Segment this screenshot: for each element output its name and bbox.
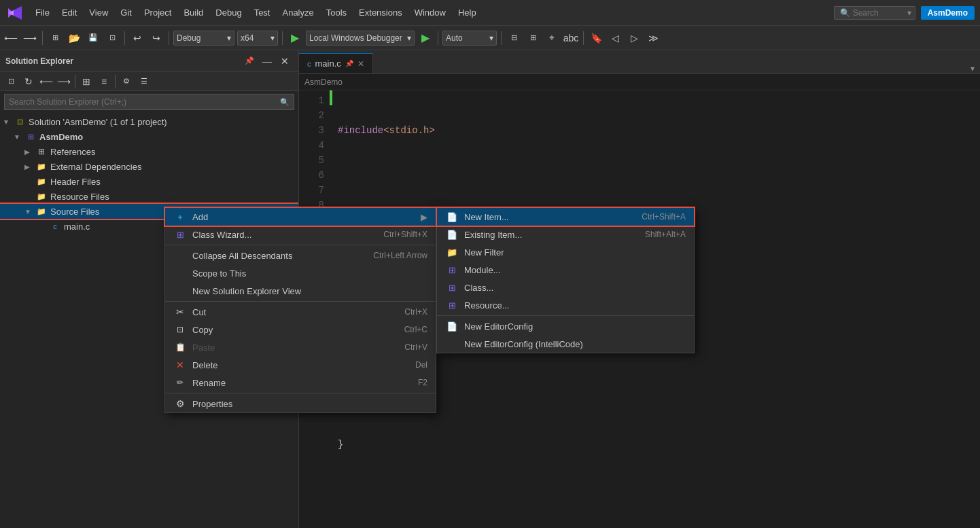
menu-git[interactable]: Git xyxy=(115,5,137,20)
submenu-module[interactable]: ⊞ Module... xyxy=(437,261,694,279)
save-btn[interactable]: 💾 xyxy=(85,30,101,46)
submenu-new-filter-label: New Filter xyxy=(464,247,686,258)
menu-project[interactable]: Project xyxy=(139,5,177,20)
menu-build[interactable]: Build xyxy=(178,5,209,20)
submenu-existing-item-label: Existing Item... xyxy=(464,230,645,240)
submenu-new-item[interactable]: 📄 New Item... Ctrl+Shift+A xyxy=(437,208,694,226)
toolbar-btn7[interactable]: ⊟ xyxy=(506,30,522,46)
submenu-editorconfig-ic[interactable]: New EditorConfig (IntelliCode) xyxy=(437,335,694,353)
se-sep1 xyxy=(75,75,75,88)
cm-class-wizard[interactable]: ⊞ Class Wizard... Ctrl+Shift+X xyxy=(165,226,436,243)
toolbar-btn9[interactable]: ⌖ xyxy=(544,30,560,46)
cm-copy[interactable]: ⊡ Copy Ctrl+C xyxy=(165,321,436,338)
expand-icon: ▼ xyxy=(3,118,14,126)
code-line-1: #include <stdio.h> xyxy=(338,123,975,138)
toolbar-btn8[interactable]: ⊞ xyxy=(525,30,541,46)
submenu-class[interactable]: ⊞ Class... xyxy=(437,279,694,296)
se-search-icon: 🔍 xyxy=(280,98,290,107)
se-view-btn[interactable]: ☰ xyxy=(136,73,152,90)
cm-rename[interactable]: ✏ Rename F2 xyxy=(165,374,436,391)
se-props-btn[interactable]: ⚙ xyxy=(118,73,135,90)
nav-back-btn[interactable]: ⟵ xyxy=(3,30,19,46)
submenu-editorconfig-label: New EditorConfig xyxy=(464,321,686,332)
cm-delete[interactable]: ✕ Delete Del xyxy=(165,356,436,374)
search-box[interactable]: 🔍 ▾ xyxy=(834,6,915,20)
bookmark-next-btn[interactable]: ▷ xyxy=(626,30,642,46)
close-btn[interactable]: ✕ xyxy=(277,53,293,69)
menu-extensions[interactable]: Extensions xyxy=(353,5,408,20)
solution-explorer-btn[interactable]: ⊞ xyxy=(47,30,63,46)
resource-files-label: Resource Files xyxy=(50,192,109,202)
pin-btn[interactable]: 📌 xyxy=(241,53,258,69)
menu-analyze[interactable]: Analyze xyxy=(277,5,319,20)
debug-config-dropdown[interactable]: Debug ▾ xyxy=(173,31,234,46)
properties-icon: ⚙ xyxy=(173,397,187,410)
tab-dropdown[interactable]: ▾ xyxy=(965,64,980,73)
submenu-existing-item[interactable]: 📄 Existing Item... Shift+Alt+A xyxy=(437,226,694,243)
se-refresh-btn[interactable]: ↻ xyxy=(20,73,37,90)
menu-help[interactable]: Help xyxy=(453,5,482,20)
submenu-resource[interactable]: ⊞ Resource... xyxy=(437,296,694,314)
se-header: Solution Explorer 📌 — ✕ xyxy=(0,50,298,72)
memory-dropdown-icon: ▾ xyxy=(489,33,493,43)
debugger-dropdown[interactable]: Local Windows Debugger ▾ xyxy=(306,31,415,46)
cm-collapse-all[interactable]: Collapse All Descendants Ctrl+Left Arrow xyxy=(165,247,436,264)
tab-main-c[interactable]: c main.c 📌 ✕ xyxy=(299,53,373,73)
add-submenu-arrow: ▶ xyxy=(421,212,427,222)
nav-forward-btn[interactable]: ⟶ xyxy=(22,30,38,46)
menu-file[interactable]: File xyxy=(30,5,55,20)
submenu-editorconfig[interactable]: 📄 New EditorConfig xyxy=(437,317,694,335)
bookmark-prev-btn[interactable]: ◁ xyxy=(607,30,623,46)
se-show-all-btn[interactable]: ⊞ xyxy=(78,73,94,90)
se-search-box[interactable]: 🔍 xyxy=(4,94,294,110)
cm-paste-label: Paste xyxy=(192,342,404,353)
memory-dropdown[interactable]: Auto ▾ xyxy=(442,31,497,46)
tree-ext-deps[interactable]: ▶ 📁 External Dependencies xyxy=(0,159,298,174)
toolbar-btn10[interactable]: abc xyxy=(563,30,579,46)
search-dropdown-icon: ▾ xyxy=(907,8,911,18)
tree-resource-files[interactable]: ▶ 📁 Resource Files xyxy=(0,189,298,204)
run-btn2[interactable]: ▶ xyxy=(417,30,434,46)
cm-paste: 📋 Paste Ctrl+V xyxy=(165,338,436,356)
cm-properties[interactable]: ⚙ Properties xyxy=(165,395,436,412)
undo-btn[interactable]: ↩ xyxy=(129,30,145,46)
open-file-btn[interactable]: 📂 xyxy=(66,30,82,46)
se-filter-btn[interactable]: ≡ xyxy=(96,73,112,90)
tab-close-btn[interactable]: ✕ xyxy=(357,59,364,69)
cm-new-view[interactable]: New Solution Explorer View xyxy=(165,282,436,300)
save-all-btn[interactable]: ⊡ xyxy=(104,30,120,46)
tab-bar: c main.c 📌 ✕ ▾ xyxy=(299,50,980,74)
auto-hide-btn[interactable]: — xyxy=(259,53,275,69)
redo-btn[interactable]: ↪ xyxy=(148,30,164,46)
submenu-new-filter[interactable]: 📁 New Filter xyxy=(437,243,694,261)
run-btn[interactable]: ▶ xyxy=(287,30,303,46)
tree-header-files[interactable]: ▶ 📁 Header Files xyxy=(0,174,298,189)
toolbar-more-btn[interactable]: ≫ xyxy=(645,30,661,46)
bookmark-btn[interactable]: 🔖 xyxy=(588,30,604,46)
tree-project[interactable]: ▼ ⊞ AsmDemo xyxy=(0,129,298,144)
menu-test[interactable]: Test xyxy=(249,5,276,20)
menu-debug[interactable]: Debug xyxy=(210,5,247,20)
class-icon: ⊞ xyxy=(445,281,459,294)
se-sync-btn[interactable]: ⊡ xyxy=(3,73,19,90)
arch-dropdown[interactable]: x64 ▾ xyxy=(237,31,278,46)
search-input[interactable] xyxy=(853,8,907,18)
header-files-label: Header Files xyxy=(50,177,101,187)
se-search-input[interactable] xyxy=(9,97,280,107)
menu-edit[interactable]: Edit xyxy=(56,5,82,20)
se-nav-back-btn[interactable]: ⟵ xyxy=(38,73,54,90)
tree-solution[interactable]: ▼ ⊡ Solution 'AsmDemo' (1 of 1 project) xyxy=(0,114,298,129)
cm-cut[interactable]: ✂ Cut Ctrl+X xyxy=(165,303,436,321)
menu-tools[interactable]: Tools xyxy=(321,5,352,20)
menu-view[interactable]: View xyxy=(84,5,113,20)
menu-window[interactable]: Window xyxy=(409,5,451,20)
cm-add[interactable]: + Add ▶ xyxy=(165,208,436,226)
se-nav-forward-btn[interactable]: ⟶ xyxy=(56,73,72,90)
line-num-3: 3 xyxy=(299,123,324,138)
cm-class-wizard-shortcut: Ctrl+Shift+X xyxy=(383,230,427,239)
cm-scope[interactable]: Scope to This xyxy=(165,264,436,282)
asmdemo-badge: AsmDemo xyxy=(921,6,975,20)
paste-icon: 📋 xyxy=(173,340,187,354)
cm-sep2 xyxy=(165,301,436,302)
tree-references[interactable]: ▶ ⊞ References xyxy=(0,144,298,159)
